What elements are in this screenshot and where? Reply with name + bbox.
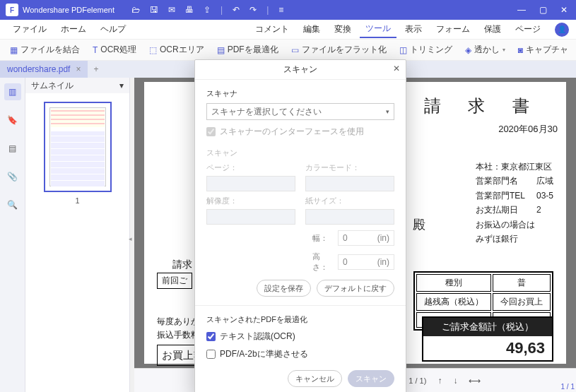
tab-add[interactable]: +: [88, 64, 104, 74]
sidebar-bookmarks[interactable]: 🔖: [4, 112, 21, 129]
maximize-icon[interactable]: ▢: [536, 5, 549, 15]
page-count: ( 1 / 1): [404, 376, 427, 385]
prev-page-icon[interactable]: ↑: [437, 376, 442, 386]
menu-file[interactable]: ファイル: [7, 21, 52, 37]
tab-close-icon[interactable]: ×: [76, 64, 81, 74]
sidebar-thumbnails[interactable]: ▥: [4, 83, 21, 100]
tool-ocr-area[interactable]: ⬚OCRエリア: [145, 42, 208, 58]
tool-crop[interactable]: ◫トリミング: [395, 42, 457, 58]
tool-combine[interactable]: ▦ファイルを結合: [6, 42, 84, 58]
menu-page[interactable]: ページ: [510, 21, 546, 37]
mail-icon[interactable]: ✉: [168, 5, 175, 15]
menu-tools[interactable]: ツール: [360, 20, 396, 38]
tool-optimize[interactable]: ▤PDFを最適化: [213, 42, 283, 58]
open-icon[interactable]: 🗁: [131, 5, 140, 15]
tool-flatten[interactable]: ▭ファイルをフラット化: [287, 42, 391, 58]
menu-protect[interactable]: 保護: [478, 21, 507, 37]
thumb-menu-icon[interactable]: ▾: [119, 81, 124, 90]
thumb-page-number: 1: [75, 196, 79, 205]
doc-title: 請 求 書: [407, 95, 558, 117]
sidebar-search[interactable]: 🔍: [4, 196, 21, 213]
doc-info: 本社：東京都江東区 営業部門名広域 営業部門TEL03-5 お支払期日2 お振込…: [476, 160, 553, 246]
scanner-section-label: スキャナ: [206, 88, 394, 99]
chk-ocr[interactable]: テキスト認識(OCR): [206, 331, 394, 343]
cancel-button[interactable]: キャンセル: [288, 370, 342, 387]
minimize-icon[interactable]: —: [515, 5, 528, 15]
tool-watermark[interactable]: ◈透かし▾: [461, 42, 510, 58]
undo-icon[interactable]: ↶: [233, 5, 240, 15]
doc-tab[interactable]: wondershare.pdf ×: [0, 61, 88, 78]
next-page-icon[interactable]: ↓: [453, 376, 457, 386]
sidebar-attachments[interactable]: 📎: [4, 168, 21, 185]
height-field[interactable]: 0(in): [338, 254, 394, 270]
page-indicator: 1 / 1: [561, 383, 575, 391]
menu-comment[interactable]: コメント: [249, 21, 295, 37]
chk-interface[interactable]: スキャナーのインターフェースを使用: [206, 126, 394, 138]
fit-width-icon[interactable]: ⟷: [469, 376, 481, 386]
color-select: [305, 176, 394, 191]
dialog-close-icon[interactable]: ✕: [393, 64, 400, 73]
thumb-header: サムネイル: [31, 80, 74, 92]
scan-button[interactable]: スキャン: [348, 370, 394, 387]
app-logo: F: [6, 4, 18, 16]
print-icon[interactable]: 🖶: [185, 5, 194, 15]
scan-dialog: スキャン ✕ スキャナ スキャナを選択してください▾ スキャナーのインターフェー…: [194, 59, 406, 392]
avatar[interactable]: 👤: [555, 23, 569, 37]
menu-help[interactable]: ヘルプ: [95, 21, 131, 37]
page-select: [206, 176, 295, 191]
doc-tab-label: wondershare.pdf: [7, 64, 70, 74]
menu-home[interactable]: ホーム: [55, 21, 92, 37]
menu-convert[interactable]: 変換: [329, 21, 357, 37]
width-field[interactable]: 0(in): [338, 230, 394, 246]
tool-capture[interactable]: ◙キャプチャ: [514, 42, 572, 58]
share-icon[interactable]: ⇪: [204, 5, 211, 15]
doc-amount: ご請求金額計（税込） 49,63: [422, 316, 553, 362]
menu-edit[interactable]: 編集: [298, 21, 326, 37]
save-settings-button[interactable]: 設定を保存: [257, 280, 311, 297]
paper-select: [305, 209, 394, 225]
tool-ocr[interactable]: TOCR処理: [88, 42, 141, 58]
menu-view[interactable]: 表示: [399, 21, 428, 37]
restore-defaults-button[interactable]: デフォルトに戻す: [317, 280, 394, 297]
scanner-select[interactable]: スキャナを選択してください▾: [206, 103, 394, 120]
save-icon[interactable]: 🖫: [150, 5, 158, 15]
menu-form[interactable]: フォーム: [430, 21, 476, 37]
dialog-title: スキャン: [283, 64, 317, 76]
sidebar-layers[interactable]: ▤: [4, 140, 21, 157]
doc-prev-box: 前回ご: [157, 273, 192, 289]
menu-icon[interactable]: ≡: [278, 5, 283, 15]
redo-icon[interactable]: ↷: [249, 5, 257, 15]
page-thumbnail[interactable]: [44, 102, 112, 192]
resolution-select: [206, 209, 295, 225]
app-title: Wondershare PDFelement: [23, 6, 114, 14]
chk-pdfa[interactable]: PDF/A-2bに準拠させる: [206, 348, 394, 360]
close-icon[interactable]: ✕: [558, 5, 570, 15]
